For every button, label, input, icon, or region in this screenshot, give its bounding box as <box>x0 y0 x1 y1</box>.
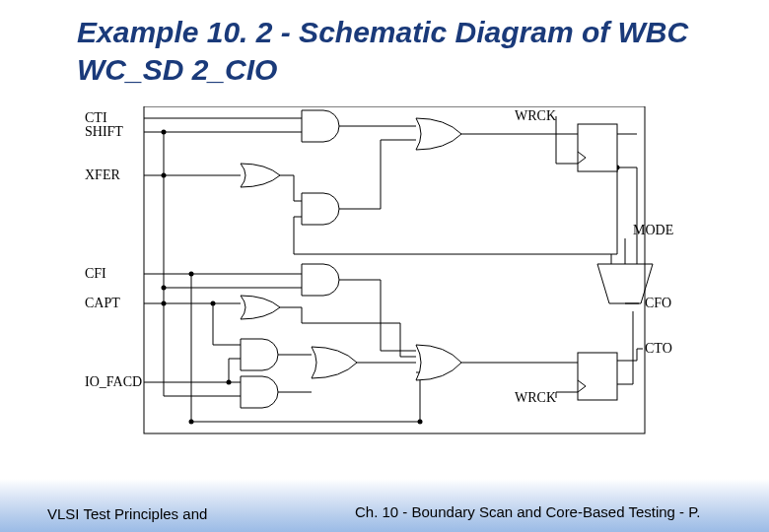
label-io-facd: IO_FACD <box>85 374 142 389</box>
footer-right: Ch. 10 - Boundary Scan and Core-Based Te… <box>355 503 710 522</box>
label-cti: CTI <box>85 110 107 125</box>
or-gate-capt <box>241 296 280 319</box>
or-gate-d1-in <box>416 118 461 150</box>
svg-point-30 <box>162 286 167 291</box>
or-gate-xfer <box>241 164 280 187</box>
slide-title: Example 10. 2 - Schematic Diagram of WBC… <box>77 14 708 88</box>
label-cfi: CFI <box>85 266 106 281</box>
or-gate-d2-in <box>416 345 461 380</box>
label-wrck-bottom: WRCK <box>515 390 556 405</box>
svg-point-20 <box>227 380 232 385</box>
svg-point-9 <box>189 420 194 425</box>
flipflop-d2 <box>578 353 617 400</box>
svg-point-57 <box>418 420 423 425</box>
footer-left: VLSI Test Principles and <box>47 505 207 522</box>
and-gate-cfi <box>302 264 339 296</box>
and-gate-capt-io <box>241 339 278 370</box>
flipflop-d1 <box>578 124 617 171</box>
and-gate-top <box>302 110 339 142</box>
or-gate-low-a <box>312 347 357 378</box>
svg-rect-66 <box>144 106 645 433</box>
label-cto: CTO <box>645 341 672 356</box>
label-wrck-top: WRCK <box>515 108 556 123</box>
svg-point-13 <box>162 301 167 306</box>
label-capt: CAPT <box>85 296 120 310</box>
schematic-diagram: CTI SHIFT XFER CFI CAPT IO_FACD WRCK WRC… <box>85 106 676 461</box>
svg-point-11 <box>162 130 167 135</box>
svg-point-12 <box>162 173 167 178</box>
and-gate-mid <box>302 193 339 225</box>
label-cfo: CFO <box>645 296 671 310</box>
svg-point-17 <box>211 301 216 306</box>
label-xfer: XFER <box>85 167 120 182</box>
svg-point-8 <box>189 272 194 277</box>
label-mode: MODE <box>633 223 673 237</box>
and-gate-io-shift <box>241 376 278 408</box>
label-shift: SHIFT <box>85 124 123 139</box>
